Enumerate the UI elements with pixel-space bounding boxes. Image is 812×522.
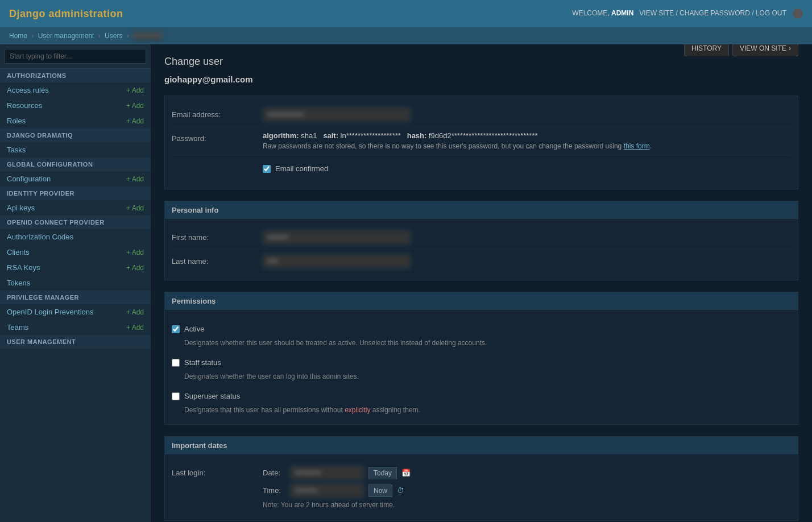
breadcrumb-current: •••••••••••• [133, 32, 161, 40]
active-checkbox[interactable] [172, 325, 180, 333]
authorization-codes-label[interactable]: Authorization Codes [7, 233, 73, 241]
resources-label[interactable]: Resources [7, 101, 42, 110]
sidebar-item-openid-login-preventions[interactable]: OpenID Login Preventions + Add [0, 304, 151, 320]
important-dates-body: Last login: Date: Today 📅 Time: [165, 454, 798, 520]
salt-label: salt: [323, 131, 338, 140]
active-label[interactable]: Active [184, 325, 204, 333]
important-dates-header: Important dates [165, 437, 798, 454]
calendar-icon[interactable]: 📅 [401, 469, 411, 477]
top-header: Django administration WELCOME, ADMIN VIE… [0, 0, 812, 27]
sidebar-item-tokens[interactable]: Tokens [0, 275, 151, 291]
history-button[interactable]: HISTORY [684, 44, 729, 56]
sidebar-item-authorization-codes[interactable]: Authorization Codes [0, 229, 151, 245]
api-keys-add[interactable]: + Add [126, 204, 144, 212]
sidebar-item-access-rules[interactable]: Access rules + Add [0, 82, 151, 98]
permissions-section: Permissions Active Designates whether th… [164, 292, 798, 425]
breadcrumb-users[interactable]: Users [105, 32, 122, 40]
tasks-label[interactable]: Tasks [7, 146, 26, 154]
time-label: Time: [263, 486, 285, 495]
clients-add[interactable]: + Add [126, 248, 144, 256]
sidebar-item-api-keys[interactable]: Api keys + Add [0, 200, 151, 216]
title-row: Change user HISTORY VIEW ON SITE › [164, 56, 798, 74]
change-password-form-link[interactable]: this form [624, 142, 650, 150]
sidebar-section-identity-provider: IDENTITY PROVIDER [0, 187, 151, 200]
sidebar-filter-input[interactable] [5, 49, 146, 64]
personal-info-section: Personal info First name: Last name: [164, 201, 798, 280]
superuser-label[interactable]: Superuser status [184, 392, 240, 400]
sidebar-section-openid: OPENID CONNECT PROVIDER [0, 216, 151, 229]
tokens-label[interactable]: Tokens [7, 279, 30, 287]
last-name-input[interactable] [263, 254, 411, 268]
password-value: algorithm: sha1 salt: ln****************… [263, 131, 791, 150]
sidebar-section-user-management: USER MANAGEMENT [0, 335, 151, 349]
sidebar-item-roles[interactable]: Roles + Add [0, 113, 151, 129]
password-note: Raw passwords are not stored, so there i… [263, 142, 791, 150]
sidebar: AUTHORIZATIONS Access rules + Add Resour… [0, 44, 151, 522]
date-input[interactable] [290, 466, 364, 480]
staff-status-row: Staff status Designates whether the user… [172, 350, 791, 384]
time-input[interactable] [290, 483, 364, 498]
sidebar-item-rsa-keys[interactable]: RSA Keys + Add [0, 260, 151, 275]
date-label: Date: [263, 469, 285, 477]
staff-status-label[interactable]: Staff status [184, 358, 221, 367]
now-button[interactable]: Now [368, 484, 392, 497]
action-buttons: HISTORY VIEW ON SITE › [684, 44, 798, 56]
today-button[interactable]: Today [368, 467, 397, 479]
access-rules-add[interactable]: + Add [126, 86, 144, 94]
roles-label[interactable]: Roles [7, 117, 26, 125]
email-confirmed-label[interactable]: Email confirmed [275, 164, 328, 173]
first-name-row: First name: [172, 226, 791, 250]
sidebar-item-tasks[interactable]: Tasks [0, 142, 151, 158]
logout-link[interactable]: LOG OUT [756, 9, 786, 17]
algorithm-value: sha1 [301, 131, 317, 140]
resources-add[interactable]: + Add [126, 102, 144, 110]
sidebar-section-global-config: GLOBAL CONFIGURATION [0, 158, 151, 171]
email-input[interactable] [263, 107, 411, 122]
last-name-row: Last name: [172, 250, 791, 273]
sidebar-item-clients[interactable]: Clients + Add [0, 245, 151, 260]
basic-info-section: Email address: Password: algorithm: sha1… [164, 96, 798, 189]
roles-add[interactable]: + Add [126, 117, 144, 125]
configuration-label[interactable]: Configuration [7, 175, 51, 183]
openid-login-preventions-add[interactable]: + Add [126, 308, 144, 316]
first-name-input[interactable] [263, 230, 411, 245]
main-content: Change user HISTORY VIEW ON SITE › gioha… [151, 44, 812, 522]
theme-toggle-button[interactable] [793, 9, 803, 19]
time-group: Time: Now ⏱ [263, 483, 791, 498]
user-actions: WELCOME, ADMIN VIEW SITE / CHANGE PASSWO… [572, 9, 803, 19]
permissions-body: Active Designates whether this user shou… [165, 310, 798, 424]
superuser-description: Designates that this user has all permis… [184, 406, 791, 414]
openid-login-preventions-label[interactable]: OpenID Login Preventions [7, 308, 93, 316]
sidebar-item-configuration[interactable]: Configuration + Add [0, 171, 151, 187]
clock-icon[interactable]: ⏱ [397, 486, 404, 495]
breadcrumb: Home › User management › Users › •••••••… [0, 27, 812, 44]
clients-label[interactable]: Clients [7, 248, 30, 256]
change-password-link[interactable]: CHANGE PASSWORD [680, 9, 750, 17]
configuration-add[interactable]: + Add [126, 175, 144, 183]
last-name-label: Last name: [172, 254, 263, 266]
teams-label[interactable]: Teams [7, 323, 28, 332]
basic-info-body: Email address: Password: algorithm: sha1… [165, 96, 798, 189]
superuser-checkbox[interactable] [172, 392, 180, 400]
staff-status-checkbox[interactable] [172, 359, 180, 367]
api-keys-label[interactable]: Api keys [7, 204, 35, 212]
email-confirmed-checkbox[interactable] [263, 165, 271, 173]
email-label: Email address: [172, 107, 263, 119]
hash-label: hash: [407, 131, 427, 140]
password-info: algorithm: sha1 salt: ln****************… [263, 131, 791, 140]
view-on-site-button[interactable]: VIEW ON SITE › [732, 44, 798, 56]
layout: AUTHORIZATIONS Access rules + Add Resour… [0, 44, 812, 522]
user-email-heading: giohappy@gmail.com [164, 74, 798, 84]
breadcrumb-home[interactable]: Home [9, 32, 27, 40]
password-label: Password: [172, 131, 263, 143]
rsa-keys-add[interactable]: + Add [126, 264, 144, 272]
view-site-link[interactable]: VIEW SITE [639, 9, 674, 17]
rsa-keys-label[interactable]: RSA Keys [7, 263, 40, 272]
teams-add[interactable]: + Add [126, 324, 144, 332]
sidebar-item-resources[interactable]: Resources + Add [0, 98, 151, 113]
access-rules-label[interactable]: Access rules [7, 86, 49, 94]
sidebar-item-teams[interactable]: Teams + Add [0, 320, 151, 335]
email-confirmed-row: Email confirmed [172, 155, 791, 182]
chevron-right-icon: › [789, 44, 791, 52]
breadcrumb-user-management[interactable]: User management [38, 32, 94, 40]
